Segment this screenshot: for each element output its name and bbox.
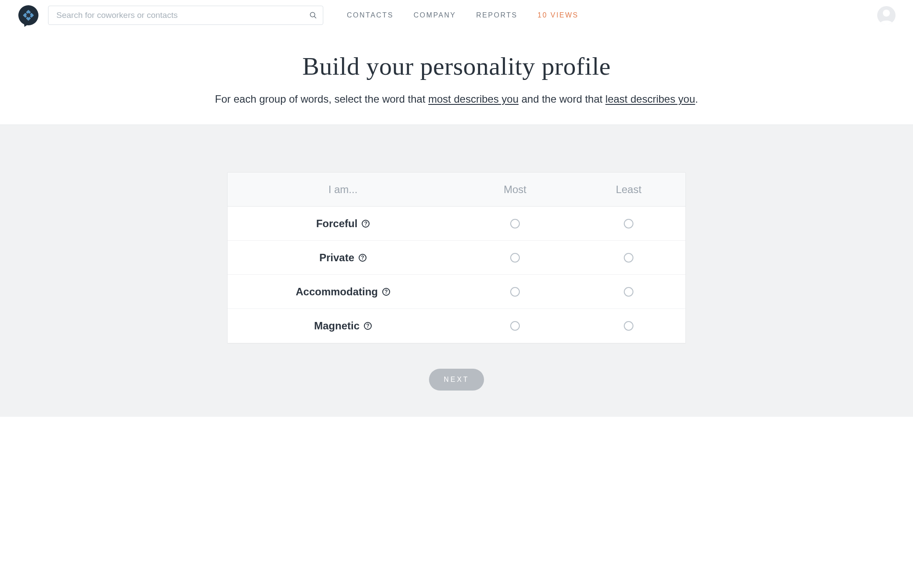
search-icon[interactable] [309, 11, 317, 19]
avatar[interactable] [877, 6, 896, 24]
nav-links: CONTACTS COMPANY REPORTS 10 VIEWS [347, 11, 578, 19]
panel-area: I am... Most Least Forceful ? Private ? … [0, 125, 913, 417]
table-row: Magnetic ? [228, 309, 685, 343]
row-label: Accommodating ? [228, 286, 458, 298]
card-header: I am... Most Least [228, 173, 685, 207]
help-icon[interactable]: ? [362, 220, 370, 228]
radio-most[interactable] [510, 321, 520, 331]
app-logo[interactable] [17, 4, 39, 26]
radio-least[interactable] [624, 287, 633, 297]
next-button[interactable]: NEXT [429, 369, 484, 391]
subtitle-part2: and the word that [519, 93, 605, 105]
radio-most[interactable] [510, 219, 520, 228]
svg-line-1 [314, 16, 316, 18]
svg-point-2 [883, 10, 890, 17]
header-col-iam: I am... [228, 183, 458, 196]
user-icon [877, 6, 896, 24]
hero: Build your personality profile For each … [0, 31, 913, 125]
help-icon[interactable]: ? [364, 322, 372, 330]
help-icon[interactable]: ? [382, 288, 390, 296]
radio-most[interactable] [510, 287, 520, 297]
word-label: Accommodating [296, 286, 378, 298]
header-col-most: Most [458, 183, 572, 196]
question-card: I am... Most Least Forceful ? Private ? … [227, 172, 686, 343]
nav-views[interactable]: 10 VIEWS [538, 11, 579, 19]
header-col-least: Least [572, 183, 685, 196]
logo-bubble-icon [18, 5, 38, 25]
radio-least[interactable] [624, 219, 633, 228]
subtitle-part3: . [695, 93, 698, 105]
subtitle-most: most describes you [428, 93, 519, 105]
subtitle-least: least describes you [605, 93, 695, 105]
page-title: Build your personality profile [9, 52, 904, 81]
row-label: Forceful ? [228, 218, 458, 230]
radio-least[interactable] [624, 253, 633, 263]
search-wrap [48, 6, 323, 25]
next-wrap: NEXT [0, 369, 913, 391]
nav-company[interactable]: COMPANY [414, 11, 456, 19]
svg-point-0 [310, 12, 315, 17]
page-subtitle: For each group of words, select the word… [9, 93, 904, 105]
row-label: Private ? [228, 252, 458, 264]
nav-reports[interactable]: REPORTS [476, 11, 518, 19]
row-label: Magnetic ? [228, 320, 458, 332]
word-label: Magnetic [314, 320, 360, 332]
radio-least[interactable] [624, 321, 633, 331]
help-icon[interactable]: ? [359, 254, 367, 262]
radio-most[interactable] [510, 253, 520, 263]
word-label: Forceful [316, 218, 358, 230]
word-label: Private [319, 252, 354, 264]
table-row: Private ? [228, 241, 685, 275]
subtitle-part1: For each group of words, select the word… [215, 93, 428, 105]
search-input[interactable] [48, 6, 323, 25]
topbar: CONTACTS COMPANY REPORTS 10 VIEWS [0, 0, 913, 31]
table-row: Forceful ? [228, 207, 685, 241]
nav-contacts[interactable]: CONTACTS [347, 11, 394, 19]
table-row: Accommodating ? [228, 275, 685, 309]
